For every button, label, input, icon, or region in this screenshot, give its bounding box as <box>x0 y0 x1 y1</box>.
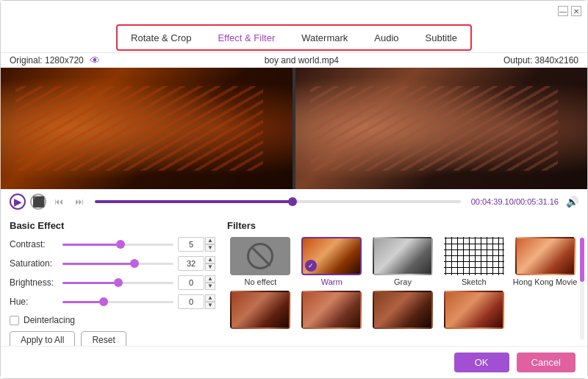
filter-no-effect[interactable]: No effect <box>227 237 294 286</box>
filter-r2-3[interactable] <box>370 291 437 331</box>
hue-down[interactable]: ▼ <box>205 302 215 309</box>
tab-rotate[interactable]: Rotate & Crop <box>118 29 204 46</box>
filter-r2-2[interactable] <box>298 291 365 331</box>
brightness-row: Brightness: ▲ ▼ <box>10 275 215 290</box>
deinterlace-checkbox[interactable] <box>10 316 19 325</box>
filter-thumb-r2-1 <box>230 291 290 329</box>
contrast-spinner: ▲ ▼ <box>205 237 215 252</box>
filter-thumb-hk <box>515 237 576 275</box>
prev-button[interactable]: ⏮ <box>51 194 67 210</box>
filters-scrollbar-thumb <box>580 238 584 282</box>
contrast-up[interactable]: ▲ <box>205 237 215 244</box>
effect-panel: Basic Effect Contrast: ▲ ▼ Saturat <box>10 220 215 340</box>
hue-slider-container[interactable] <box>62 296 173 308</box>
brightness-down[interactable]: ▼ <box>205 283 215 290</box>
reset-button[interactable]: Reset <box>81 331 126 346</box>
brightness-track <box>62 282 173 284</box>
filter-label-hk: Hong Kong Movie <box>513 277 577 286</box>
filter-label-warm: Warm <box>321 277 343 286</box>
brightness-thumb[interactable] <box>114 278 123 287</box>
progress-thumb[interactable] <box>288 197 297 206</box>
brightness-slider-container[interactable] <box>62 277 173 288</box>
saturation-spinner: ▲ ▼ <box>205 256 215 271</box>
apply-all-button[interactable]: Apply to All <box>10 331 75 346</box>
saturation-thumb[interactable] <box>130 259 139 268</box>
filter-thumb-gray <box>373 237 433 275</box>
info-bar: Original: 1280x720 👁 boy and world.mp4 O… <box>1 52 587 68</box>
brightness-label: Brightness: <box>10 277 62 288</box>
filter-thumb-sketch <box>444 237 504 275</box>
filters-panel: Filters No effect ✓ Warm <box>227 220 578 340</box>
contrast-row: Contrast: ▲ ▼ <box>10 237 215 252</box>
video-canvas-left <box>1 68 293 189</box>
video-panel-left <box>1 68 293 189</box>
output-resolution: Output: 3840x2160 <box>503 55 578 65</box>
main-content: Basic Effect Contrast: ▲ ▼ Saturat <box>1 214 587 346</box>
filter-gray[interactable]: Gray <box>370 237 437 286</box>
filter-thumb-r2-4 <box>444 291 504 329</box>
saturation-down[interactable]: ▼ <box>205 263 215 271</box>
progress-bar[interactable] <box>95 200 461 203</box>
close-button[interactable]: ✕ <box>571 6 581 16</box>
filter-thumb-no-effect <box>230 237 290 275</box>
hue-fill <box>62 301 104 303</box>
progress-fill <box>95 200 293 203</box>
saturation-fill <box>62 263 135 265</box>
contrast-input[interactable] <box>178 237 204 252</box>
play-button[interactable]: ▶ <box>10 194 26 210</box>
tab-audio[interactable]: Audio <box>361 29 412 46</box>
filter-thumb-r2-2 <box>301 291 362 329</box>
ok-button[interactable]: OK <box>454 353 509 372</box>
saturation-input[interactable] <box>178 256 204 271</box>
video-preview-area <box>1 68 587 189</box>
filter-r2-4[interactable] <box>440 291 507 331</box>
main-window: — ✕ Rotate & Crop Effect & Filter Waterm… <box>0 0 588 379</box>
tab-subtitle[interactable]: Subtitle <box>412 29 470 46</box>
filename: boy and world.mp4 <box>100 55 503 65</box>
contrast-thumb[interactable] <box>116 240 125 249</box>
contrast-label: Contrast: <box>10 239 62 249</box>
minimize-button[interactable]: — <box>558 6 568 16</box>
filter-hk[interactable]: Hong Kong Movie <box>512 237 578 286</box>
hue-thumb[interactable] <box>99 297 108 306</box>
tab-effect[interactable]: Effect & Filter <box>204 29 288 46</box>
deinterlace-row: Deinterlacing <box>10 315 215 325</box>
filter-label-sketch: Sketch <box>462 277 487 286</box>
video-panel-right <box>295 68 587 189</box>
contrast-track <box>62 244 173 246</box>
filters-scrollbar[interactable] <box>580 238 584 340</box>
hue-up[interactable]: ▲ <box>205 294 215 302</box>
filters-title: Filters <box>227 220 578 231</box>
saturation-track <box>62 263 173 265</box>
titlebar: — ✕ <box>1 1 587 21</box>
next-button[interactable]: ⏭ <box>71 194 87 210</box>
stop-button[interactable]: ⬛ <box>30 194 46 210</box>
filter-sketch[interactable]: Sketch <box>440 237 507 286</box>
brightness-spinner: ▲ ▼ <box>205 275 215 290</box>
filter-r2-1[interactable] <box>227 291 294 331</box>
no-effect-icon <box>247 243 273 269</box>
tab-watermark[interactable]: Watermark <box>288 29 361 46</box>
original-resolution: Original: 1280x720 <box>10 55 84 65</box>
filter-thumb-r2-3 <box>373 291 433 329</box>
saturation-slider-container[interactable] <box>62 258 173 269</box>
contrast-down[interactable]: ▼ <box>205 244 215 252</box>
eye-icon[interactable]: 👁 <box>90 54 100 66</box>
time-total: 00:05:31.16 <box>516 197 559 206</box>
filter-label-no-effect: No effect <box>244 277 276 286</box>
action-buttons: Apply to All Reset <box>10 331 215 346</box>
brightness-input[interactable] <box>178 275 204 290</box>
volume-icon[interactable]: 🔊 <box>566 196 578 208</box>
selected-checkmark: ✓ <box>305 260 317 272</box>
time-current: 00:04:39.10 <box>471 197 514 206</box>
brightness-up[interactable]: ▲ <box>205 275 215 283</box>
time-display: 00:04:39.10/00:05:31.16 <box>471 197 559 206</box>
cancel-button[interactable]: Cancel <box>517 353 576 372</box>
filter-warm[interactable]: ✓ Warm <box>298 237 365 286</box>
effect-panel-title: Basic Effect <box>10 220 215 231</box>
hue-row: Hue: ▲ ▼ <box>10 294 215 309</box>
saturation-up[interactable]: ▲ <box>205 256 215 263</box>
contrast-slider-container[interactable] <box>62 238 173 250</box>
filters-grid: No effect ✓ Warm Gray Sketch <box>227 237 578 331</box>
hue-input[interactable] <box>178 294 204 309</box>
